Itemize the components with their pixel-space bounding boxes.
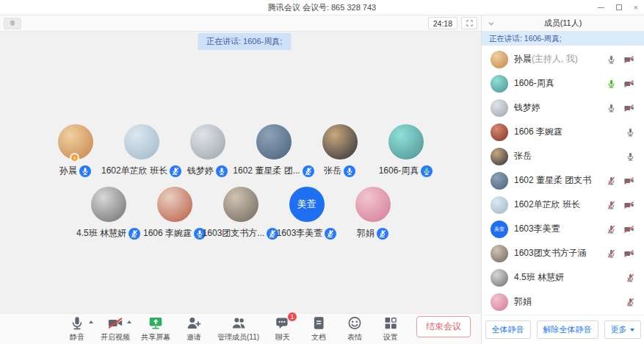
- member-camera-off-icon[interactable]: [623, 224, 635, 234]
- member-row[interactable]: 郭娟: [482, 290, 644, 314]
- participant-label: 1606 李婉霆: [143, 227, 206, 240]
- member-mic-icon[interactable]: [607, 103, 616, 113]
- member-avatar: [491, 269, 508, 287]
- member-row[interactable]: 1602 董星柔 团支书: [482, 168, 644, 193]
- member-row[interactable]: 1603团支书方子涵: [482, 241, 644, 265]
- avatar-initials: 美萱: [297, 198, 316, 211]
- participant-tile[interactable]: 1606 李婉霆: [142, 187, 208, 240]
- member-name: 1603李美萱: [514, 223, 560, 235]
- participant-tile[interactable]: 张岳: [307, 124, 373, 177]
- member-status-icons: [607, 54, 635, 65]
- member-mic-icon[interactable]: [626, 127, 635, 137]
- toolbar-start-video[interactable]: 开启视频: [101, 315, 130, 343]
- mute-all-button[interactable]: 全体静音: [485, 320, 531, 339]
- member-row[interactable]: 张岳: [482, 144, 644, 168]
- participant-tile[interactable]: 1602 董星柔 团...: [241, 124, 307, 177]
- members-panel-header: 成员(11人): [482, 15, 644, 32]
- participant-tile[interactable]: 郭娟: [340, 187, 406, 240]
- member-camera-off-icon[interactable]: [623, 248, 635, 259]
- main-topbar: 24:18: [0, 15, 481, 32]
- toolbar-manage-members[interactable]: 管理成员(11): [217, 315, 259, 343]
- member-mic-icon[interactable]: [626, 273, 635, 283]
- participant-tile[interactable]: 孙晨: [43, 124, 109, 177]
- end-meeting-button[interactable]: 结束会议: [416, 316, 471, 337]
- participant-label: 张岳: [324, 165, 355, 177]
- member-avatar: [491, 99, 508, 117]
- member-row[interactable]: 钱梦婷: [482, 96, 644, 120]
- doc-icon: [311, 315, 327, 331]
- participant-avatar: [91, 187, 126, 222]
- participant-tile[interactable]: 钱梦婷: [175, 124, 241, 177]
- emoji-icon: [347, 315, 363, 331]
- member-mic-icon[interactable]: [607, 79, 616, 89]
- participant-name: 4.5班 林慧妍: [76, 227, 126, 240]
- member-row[interactable]: 4.5班 林慧妍: [482, 265, 644, 290]
- toolbar-label: 邀请: [187, 332, 201, 343]
- expand-arrow-icon[interactable]: [127, 320, 131, 323]
- toolbar-label: 聊天: [275, 332, 290, 343]
- member-camera-off-icon[interactable]: [623, 54, 635, 65]
- toolbar-docs[interactable]: 文档: [306, 315, 331, 343]
- participant-name: 郭娟: [357, 227, 375, 240]
- members-panel-title: 成员(11人): [544, 18, 582, 29]
- participant-avatar: 美萱: [289, 187, 325, 222]
- mic-status-icon: [216, 165, 228, 177]
- member-status-icons: [607, 248, 635, 259]
- fullscreen-icon[interactable]: [461, 17, 477, 29]
- participant-avatar: [322, 124, 358, 160]
- member-status-icons: [626, 297, 635, 307]
- expand-arrow-icon[interactable]: [89, 320, 93, 323]
- participant-label: 1602 董星柔 团...: [233, 165, 314, 177]
- member-mic-icon[interactable]: [607, 176, 616, 186]
- participant-tile[interactable]: 4.5班 林慧妍: [76, 187, 142, 240]
- close-icon[interactable]: ×: [634, 4, 638, 12]
- host-badge-icon: [70, 153, 79, 162]
- panel-speaking-banner: 正在讲话: 1606-周真;: [482, 32, 644, 46]
- more-button[interactable]: 更多: [604, 320, 641, 339]
- member-camera-off-icon[interactable]: [623, 79, 635, 89]
- member-avatar: [491, 172, 508, 190]
- participant-avatar: [157, 187, 192, 222]
- participant-avatar: [124, 124, 159, 160]
- member-avatar: [491, 293, 508, 311]
- participant-label: 郭娟: [357, 227, 388, 240]
- participant-tile[interactable]: 美萱1603李美萱: [274, 187, 340, 240]
- toolbar-emoji[interactable]: 表情: [342, 315, 367, 343]
- member-row[interactable]: 美萱1603李美萱: [482, 217, 644, 241]
- member-row[interactable]: 1602单芷欣 班长: [482, 193, 644, 217]
- minimize-icon[interactable]: [598, 7, 604, 8]
- member-mic-icon[interactable]: [626, 297, 635, 307]
- member-camera-off-icon[interactable]: [623, 200, 635, 210]
- participant-tile[interactable]: 1606-周真: [373, 124, 439, 177]
- member-mic-icon[interactable]: [607, 224, 616, 234]
- member-status-icons: [607, 224, 635, 234]
- toolbar-share-screen[interactable]: 共享屏幕: [141, 315, 170, 343]
- unmute-all-button[interactable]: 解除全体静音: [537, 320, 598, 339]
- mic-status-icon: [421, 165, 433, 177]
- share-screen-icon: [148, 315, 164, 331]
- participant-tile[interactable]: 1603团支书方...: [208, 187, 274, 240]
- member-row[interactable]: 1606-周真: [482, 71, 644, 96]
- toolbar-label: 开启视频: [101, 332, 130, 343]
- member-camera-off-icon[interactable]: [623, 176, 635, 186]
- member-avatar: [491, 196, 508, 214]
- member-mic-icon[interactable]: [626, 151, 635, 162]
- participant-tile[interactable]: 1602单芷欣 班长: [109, 124, 175, 177]
- chevron-down-icon[interactable]: [488, 20, 495, 29]
- mic-status-icon: [129, 228, 140, 240]
- window-title: 腾讯会议 会议号: 865 328 743: [268, 2, 376, 13]
- member-mic-icon[interactable]: [607, 54, 616, 65]
- shield-icon[interactable]: [4, 18, 21, 29]
- member-mic-icon[interactable]: [607, 248, 616, 259]
- member-mic-icon[interactable]: [607, 200, 616, 210]
- member-camera-off-icon[interactable]: [623, 103, 635, 113]
- toolbar-invite[interactable]: 邀请: [181, 315, 206, 343]
- member-status-icons: [607, 176, 635, 186]
- participant-avatar: [58, 124, 93, 160]
- toolbar-chat[interactable]: 1聊天: [270, 315, 295, 343]
- member-row[interactable]: 孙晨(主持人, 我): [482, 47, 644, 71]
- maximize-icon[interactable]: [616, 4, 622, 10]
- toolbar-settings[interactable]: 设置: [378, 315, 403, 343]
- toolbar-mute[interactable]: 静音: [65, 315, 90, 343]
- member-row[interactable]: 1606 李婉霆: [482, 120, 644, 144]
